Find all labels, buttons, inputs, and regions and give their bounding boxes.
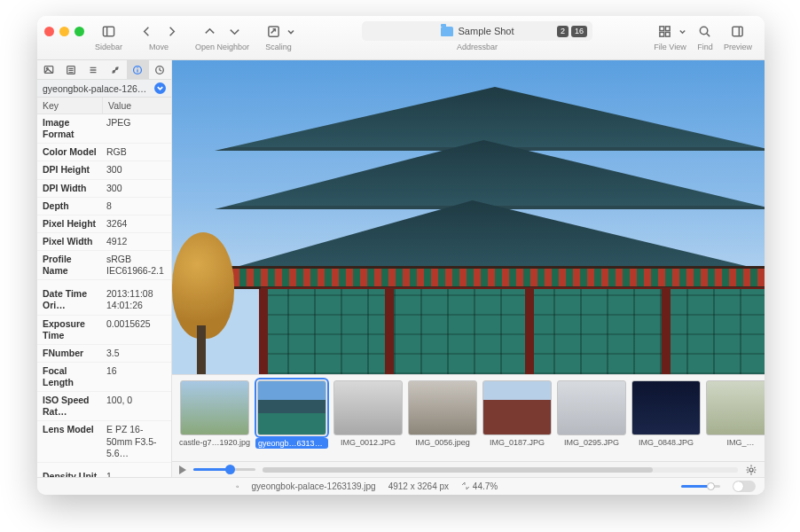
zoom-slider[interactable]	[681, 485, 720, 488]
metadata-value: 3264	[103, 215, 171, 232]
status-dimensions: 4912 x 3264 px	[388, 481, 449, 491]
gear-icon[interactable]	[745, 464, 757, 476]
addressbar-folder-name: Sample Shot	[459, 26, 514, 36]
thumbnail-item[interactable]: IMG_…	[706, 380, 765, 447]
metadata-key: Image Format	[37, 114, 103, 143]
open-neighbor-label: Open Neighbor	[195, 43, 249, 51]
sidebar-tab-menu[interactable]	[82, 60, 104, 79]
find-label: Find	[697, 43, 713, 51]
thumbnail-label: IMG_0187.JPG	[490, 438, 545, 447]
close-icon[interactable]	[44, 27, 54, 36]
metadata-key: Pixel Width	[37, 233, 103, 250]
fullscreen-icon[interactable]	[75, 27, 84, 36]
scaling-group: Scaling	[262, 21, 295, 51]
thumbnail-image	[631, 380, 701, 435]
metadata-row: Depth8	[37, 198, 171, 215]
minimize-icon[interactable]	[59, 27, 69, 36]
move-prev-button[interactable]	[135, 21, 158, 41]
sidebar-tab-adjust[interactable]	[105, 60, 127, 79]
metadata-table: Key Value Image FormatJPEGColor ModelRGB…	[37, 98, 171, 477]
metadata-row: Lens ModelE PZ 16-50mm F3.5-5.6…	[37, 421, 171, 462]
metadata-key: Pixel Height	[37, 215, 103, 232]
scaling-button[interactable]	[262, 21, 285, 41]
svg-rect-3	[660, 26, 664, 30]
view-toggle[interactable]	[733, 481, 756, 492]
thumbnail-item[interactable]: IMG_0848.JPG	[631, 380, 701, 447]
scaling-label: Scaling	[265, 43, 292, 51]
open-neighbor-down-button[interactable]	[224, 21, 247, 41]
metadata-value: 4912	[103, 233, 171, 250]
move-next-button[interactable]	[160, 21, 183, 41]
metadata-value: 1	[103, 468, 171, 477]
scaling-dropdown-icon[interactable]	[286, 21, 295, 41]
metadata-header: Key Value	[37, 98, 171, 114]
open-neighbor-up-button[interactable]	[199, 21, 222, 41]
metadata-header-key: Key	[37, 98, 103, 113]
folder-icon	[441, 27, 453, 36]
thumbnail-item[interactable]: IMG_0295.JPG	[557, 380, 626, 447]
app-window: Sidebar Move Open Neighbor Scalin	[37, 16, 765, 495]
metadata-key: Lens Model	[37, 421, 103, 461]
status-zoom: 44.7%	[473, 481, 498, 491]
sidebar-tab-history[interactable]	[149, 60, 171, 79]
image-content-wall	[261, 289, 765, 374]
sidebar-tab-list[interactable]	[59, 60, 82, 79]
image-viewer[interactable]	[172, 60, 765, 374]
sidebar-label: Sidebar	[95, 43, 122, 51]
move-group: Move	[135, 21, 183, 51]
svg-rect-4	[666, 26, 671, 30]
svg-rect-6	[666, 32, 671, 36]
preview-button[interactable]	[726, 21, 749, 41]
metadata-key: Exposure Time	[37, 316, 103, 344]
fileview-button[interactable]	[654, 21, 677, 41]
sidebar-filename-row: gyeongbok-palace-1263139.jpg	[37, 80, 171, 98]
fileview-dropdown-icon[interactable]	[678, 21, 686, 41]
metadata-key: FNumber	[37, 345, 103, 362]
metadata-value: 16	[103, 363, 171, 391]
thumbnail-image	[408, 380, 477, 435]
thumbnail-controls	[172, 461, 765, 477]
metadata-value: 0.0015625	[103, 316, 171, 344]
sidebar-toggle-button[interactable]	[98, 21, 121, 41]
right-tools: File View Find Preview	[654, 21, 757, 51]
svg-point-25	[137, 66, 138, 67]
svg-point-7	[701, 27, 708, 34]
svg-point-27	[749, 467, 753, 471]
thumbnail-item[interactable]: IMG_0187.JPG	[482, 380, 552, 447]
thumbnail-item[interactable]: gyeongb…63139.jpg	[255, 380, 328, 449]
svg-rect-0	[103, 27, 114, 35]
sidebar-tab-info[interactable]	[127, 60, 149, 79]
metadata-row: FNumber3.5	[37, 345, 171, 363]
metadata-key: DPI Width	[37, 180, 103, 197]
sidebar: gyeongbok-palace-1263139.jpg Key Value I…	[37, 60, 172, 477]
thumbnail-item[interactable]: IMG_0056.jpeg	[408, 380, 477, 447]
thumbnail-label: IMG_0056.jpeg	[415, 438, 470, 447]
find-button[interactable]	[694, 21, 717, 41]
image-content-tree	[172, 223, 234, 374]
addressbar-field[interactable]: Sample Shot 2 16	[362, 21, 592, 41]
thumbnail-label: castle-g7…1920.jpg	[179, 438, 250, 447]
info-icon[interactable]	[154, 82, 166, 94]
play-icon[interactable]	[179, 466, 186, 474]
thumbnail-strip: castle-g7…1920.jpggyeongb…63139.jpgIMG_0…	[172, 374, 765, 461]
sidebar-tab-images[interactable]	[37, 60, 59, 79]
sidebar-filename: gyeongbok-palace-1263139.jpg	[43, 83, 151, 94]
metadata-key: Density Unit	[37, 468, 103, 477]
thumbnail-image	[257, 380, 326, 435]
badge-count-2: 16	[571, 26, 587, 37]
svg-line-8	[707, 33, 710, 35]
thumbnail-label: IMG_0848.JPG	[639, 438, 694, 447]
metadata-value: 300	[103, 161, 171, 178]
metadata-key: Color Model	[37, 144, 103, 160]
addressbar-badges: 2 16	[557, 26, 587, 37]
metadata-value: RGB	[103, 144, 171, 160]
move-label: Move	[149, 43, 169, 51]
svg-rect-5	[660, 32, 664, 36]
metadata-value: 300	[103, 180, 171, 197]
thumbnail-scrollbar[interactable]	[263, 467, 738, 473]
thumbnail-item[interactable]: castle-g7…1920.jpg	[179, 380, 250, 447]
thumbnail-size-slider[interactable]	[193, 468, 255, 471]
thumbnail-item[interactable]: IMG_0012.JPG	[333, 380, 403, 447]
thumbnail-label: IMG_…	[727, 438, 755, 447]
metadata-value: 3.5	[103, 345, 171, 362]
